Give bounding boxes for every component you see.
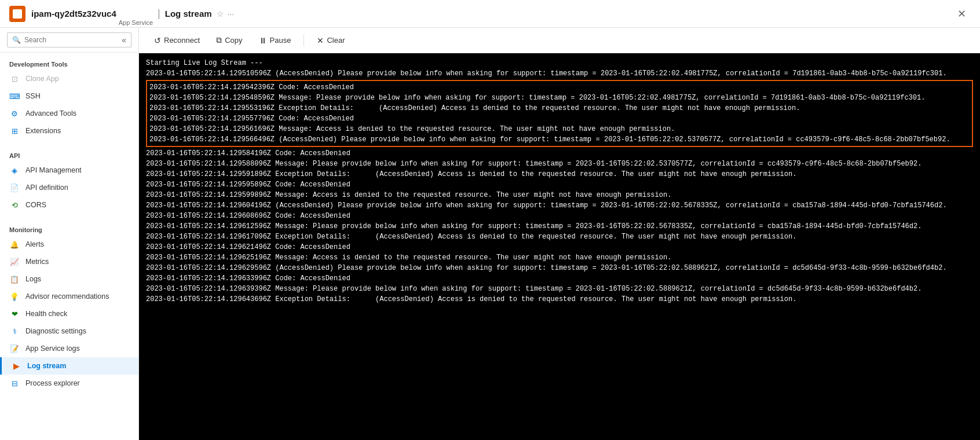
extensions-label: Extensions (25, 127, 61, 135)
sidebar-item-process-explorer[interactable]: ⊟ Process explorer (0, 375, 138, 392)
app-icon (9, 6, 25, 22)
sidebar-section-api: API ◈ API Management 📄 API definition ⟲ … (0, 144, 138, 218)
log-stream-label: Log stream (27, 362, 66, 370)
sidebar-section-monitoring: Monitoring 🔔 Alerts 📈 Metrics 📋 Logs 💡 A… (0, 218, 138, 397)
log-line: 2023-01-16T05:22:14.129621496Z Code: Acc… (146, 242, 973, 252)
app-service-logs-icon: 📝 (9, 343, 20, 354)
sidebar: 🔍 « Development Tools ⊡ Clone App ⌨ SSH … (0, 28, 139, 440)
advisor-icon: 💡 (9, 291, 20, 302)
sidebar-item-extensions[interactable]: ⊞ Extensions (0, 122, 138, 140)
log-line: 2023-01-16T05:22:14.129617096Z Exception… (146, 232, 973, 242)
log-line: 2023-01-16T05:22:14.129548596Z Message: … (149, 93, 970, 103)
pause-button[interactable]: ⏸ Pause (253, 33, 297, 48)
log-line: 2023-01-16T05:22:14.129629596Z (AccessDe… (146, 263, 973, 273)
sidebar-item-logs[interactable]: 📋 Logs (0, 270, 138, 288)
clear-icon: ✕ (317, 36, 324, 45)
pause-icon: ⏸ (259, 36, 267, 45)
diagnostic-label: Diagnostic settings (25, 327, 86, 335)
clear-label: Clear (327, 36, 345, 45)
search-box[interactable]: 🔍 « (7, 32, 131, 47)
log-stream-icon: ▶ (11, 361, 21, 371)
log-line: 2023-01-16T05:22:14.129625196Z Message: … (146, 252, 973, 263)
log-line: 2023-01-16T05:22:14.129553196Z Exception… (149, 103, 970, 113)
app-service-logs-label: App Service logs (25, 344, 80, 353)
app-subtitle: App Service (119, 19, 153, 26)
sidebar-item-alerts[interactable]: 🔔 Alerts (0, 236, 138, 253)
reconnect-label: Reconnect (164, 36, 200, 45)
log-line: 2023-01-16T05:22:14.129633996Z Code: Acc… (146, 273, 973, 284)
sidebar-section-dev-tools: Development Tools ⊡ Clone App ⌨ SSH ⚙ Ad… (0, 53, 138, 144)
sidebar-item-advanced-tools[interactable]: ⚙ Advanced Tools (0, 105, 138, 122)
clone-app-icon: ⊡ (9, 74, 20, 84)
log-line: 2023-01-16T05:22:14.129588096Z Message: … (146, 159, 973, 169)
sidebar-item-advisor[interactable]: 💡 Advisor recommendations (0, 288, 138, 305)
copy-button[interactable]: ⧉ Copy (210, 32, 248, 48)
log-line: 2023-01-16T05:22:14.129542396Z Code: Acc… (149, 82, 970, 93)
log-line: 2023-01-16T05:22:14.129510596Z (AccessDe… (146, 68, 973, 79)
metrics-label: Metrics (25, 258, 49, 266)
extensions-icon: ⊞ (9, 126, 20, 136)
sidebar-item-metrics[interactable]: 📈 Metrics (0, 253, 138, 270)
sidebar-item-api-definition[interactable]: 📄 API definition (0, 179, 138, 196)
log-line: 2023-01-16T05:22:14.129612596Z Message: … (146, 221, 973, 232)
cors-label: CORS (25, 201, 46, 209)
log-line: 2023-01-16T05:22:14.129557796Z Code: Acc… (149, 113, 970, 124)
alerts-label: Alerts (25, 240, 44, 248)
logs-icon: 📋 (9, 274, 20, 284)
log-line: 2023-01-16T05:22:14.129584196Z Code: Acc… (146, 148, 973, 159)
sidebar-item-health-check[interactable]: ❤ Health check (0, 305, 138, 322)
api-definition-label: API definition (25, 184, 68, 192)
pause-label: Pause (270, 36, 291, 45)
page-title: Log stream (165, 9, 212, 19)
api-management-label: API Management (25, 166, 82, 174)
log-line: 2023-01-16T05:22:14.129591896Z Exception… (146, 169, 973, 179)
reconnect-icon: ↺ (154, 36, 161, 45)
content-area: ↺ Reconnect ⧉ Copy ⏸ Pause ✕ Clear Start… (139, 28, 980, 440)
main-layout: 🔍 « Development Tools ⊡ Clone App ⌨ SSH … (0, 28, 980, 440)
sidebar-item-ssh[interactable]: ⌨ SSH (0, 87, 138, 105)
health-check-label: Health check (25, 310, 67, 318)
toolbar: ↺ Reconnect ⧉ Copy ⏸ Pause ✕ Clear (139, 28, 980, 53)
sidebar-item-cors[interactable]: ⟲ CORS (0, 196, 138, 214)
api-section-label: API (0, 149, 138, 162)
collapse-sidebar-button[interactable]: « (122, 35, 126, 45)
sidebar-item-app-service-logs[interactable]: 📝 App Service logs (0, 340, 138, 357)
log-line: 2023-01-16T05:22:14.129643696Z Exception… (146, 294, 973, 305)
diagnostic-icon: ⚕ (9, 326, 20, 336)
app-bar: ipam-qy2dt5z32vuc4 App Service | Log str… (0, 0, 980, 28)
clear-button[interactable]: ✕ Clear (311, 33, 350, 48)
log-output-area[interactable]: Starting Live Log Stream ---2023-01-16T0… (139, 53, 980, 440)
more-options-icon[interactable]: ··· (228, 9, 235, 19)
clone-app-label: Clone App (25, 75, 59, 83)
api-management-icon: ◈ (9, 165, 20, 175)
copy-label: Copy (225, 36, 242, 45)
log-line: 2023-01-16T05:22:14.129595896Z Code: Acc… (146, 179, 973, 190)
search-input[interactable] (24, 36, 122, 44)
title-separator: | (158, 8, 160, 20)
sidebar-item-api-management[interactable]: ◈ API Management (0, 162, 138, 179)
favorite-icon[interactable]: ☆ (217, 9, 224, 19)
copy-icon: ⧉ (216, 35, 222, 45)
toolbar-separator (303, 35, 304, 46)
health-check-icon: ❤ (9, 309, 20, 319)
advisor-label: Advisor recommendations (25, 292, 109, 300)
logs-label: Logs (25, 275, 41, 283)
monitoring-section-label: Monitoring (0, 223, 138, 236)
sidebar-item-clone-app[interactable]: ⊡ Clone App (0, 70, 138, 87)
process-explorer-icon: ⊟ (9, 378, 20, 388)
log-line: Starting Live Log Stream --- (146, 58, 973, 68)
alerts-icon: 🔔 (9, 239, 20, 250)
log-line: 2023-01-16T05:22:14.129639396Z Message: … (146, 284, 973, 294)
sidebar-item-log-stream[interactable]: ▶ Log stream (0, 357, 138, 375)
log-line: 2023-01-16T05:22:14.129561696Z Message: … (149, 124, 970, 134)
api-definition-icon: 📄 (9, 182, 20, 193)
log-line: 2023-01-16T05:22:14.129566496Z (AccessDe… (149, 134, 970, 145)
process-explorer-label: Process explorer (25, 379, 80, 387)
close-button[interactable]: ✕ (953, 5, 971, 23)
advanced-tools-label: Advanced Tools (25, 109, 76, 118)
reconnect-button[interactable]: ↺ Reconnect (148, 33, 206, 48)
sidebar-search-container: 🔍 « (0, 28, 138, 53)
sidebar-item-diagnostic[interactable]: ⚕ Diagnostic settings (0, 322, 138, 340)
ssh-label: SSH (25, 92, 41, 100)
log-line: 2023-01-16T05:22:14.129604196Z (AccessDe… (146, 200, 973, 211)
